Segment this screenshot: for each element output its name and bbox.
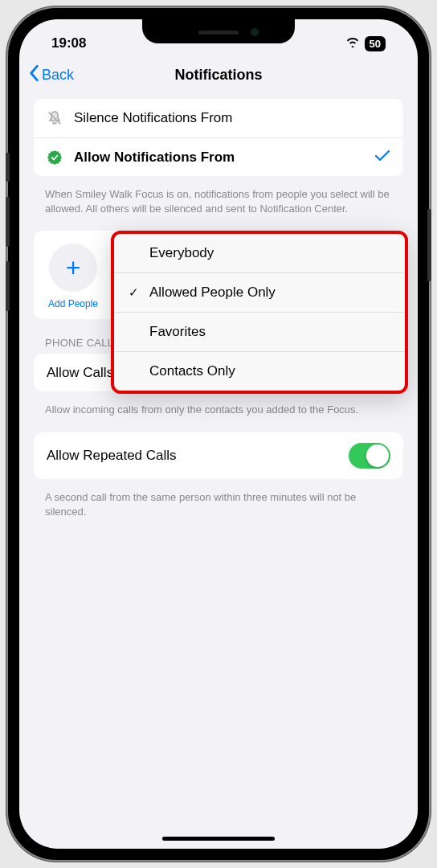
notch bbox=[142, 19, 295, 43]
status-time: 19:08 bbox=[51, 35, 86, 51]
allow-calls-footer: Allow incoming calls from only the conta… bbox=[34, 398, 403, 432]
nav-bar: Back Notifications bbox=[19, 59, 418, 99]
battery-indicator: 50 bbox=[365, 36, 386, 51]
checkmark-icon bbox=[374, 149, 390, 166]
volume-down-button bbox=[6, 261, 10, 311]
status-indicators: 50 bbox=[345, 36, 386, 51]
plus-circle-icon: + bbox=[49, 244, 97, 292]
add-people-label: Add People bbox=[48, 298, 98, 309]
allow-label: Allow Notifications From bbox=[74, 149, 363, 166]
home-indicator[interactable] bbox=[162, 837, 275, 841]
popover-label: Favorites bbox=[149, 324, 206, 340]
notification-mode-footer: When Smiley Walk Focus is on, notificati… bbox=[34, 182, 403, 231]
repeated-calls-label: Allow Repeated Calls bbox=[47, 448, 177, 464]
wifi-icon bbox=[345, 36, 360, 51]
popover-label: Allowed People Only bbox=[149, 285, 276, 301]
allow-notifications-row[interactable]: Allow Notifications From bbox=[34, 137, 403, 176]
popover-option-everybody[interactable]: Everybody bbox=[114, 234, 405, 272]
power-button bbox=[427, 209, 431, 281]
repeated-calls-card: Allow Repeated Calls bbox=[34, 432, 403, 479]
verified-badge-icon bbox=[47, 149, 63, 166]
chevron-left-icon bbox=[27, 64, 40, 86]
back-label: Back bbox=[42, 67, 74, 84]
back-button[interactable]: Back bbox=[27, 64, 74, 86]
popover-option-allowed-only[interactable]: ✓ Allowed People Only bbox=[114, 272, 405, 312]
volume-switch bbox=[6, 153, 10, 182]
phone-frame: 19:08 50 Back Notifications bbox=[8, 8, 429, 860]
silence-notifications-row[interactable]: Silence Notifications From bbox=[34, 99, 403, 137]
bell-slash-icon bbox=[47, 110, 63, 126]
checkmark-icon: ✓ bbox=[129, 285, 141, 300]
popover-option-contacts-only[interactable]: Contacts Only bbox=[114, 351, 405, 391]
silence-label: Silence Notifications From bbox=[74, 110, 390, 126]
front-camera bbox=[251, 28, 259, 36]
page-title: Notifications bbox=[174, 67, 262, 84]
notification-mode-card: Silence Notifications From Allow Notific… bbox=[34, 99, 403, 176]
popover-option-favorites[interactable]: Favorites bbox=[114, 312, 405, 351]
allow-calls-popover: Everybody ✓ Allowed People Only Favorite… bbox=[111, 231, 408, 394]
speaker-grille bbox=[198, 31, 239, 35]
repeated-calls-toggle[interactable] bbox=[349, 443, 390, 469]
allow-repeated-calls-row: Allow Repeated Calls bbox=[34, 432, 403, 479]
phone-screen: 19:08 50 Back Notifications bbox=[19, 19, 418, 849]
volume-up-button bbox=[6, 197, 10, 247]
content-area: Silence Notifications From Allow Notific… bbox=[19, 99, 418, 534]
popover-label: Contacts Only bbox=[149, 363, 235, 379]
popover-label: Everybody bbox=[149, 245, 214, 261]
add-people-button[interactable]: + Add People bbox=[42, 244, 104, 309]
people-section: + Add People − I Everybody bbox=[34, 231, 403, 319]
repeated-calls-footer: A second call from the same person withi… bbox=[34, 485, 403, 534]
